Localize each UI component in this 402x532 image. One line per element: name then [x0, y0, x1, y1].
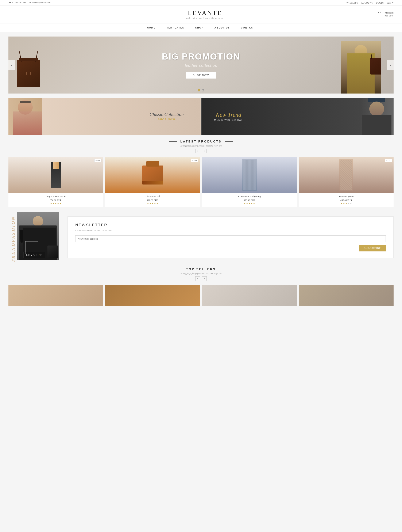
newsletter-title: NEWSLETTER	[75, 223, 386, 227]
product-stars-3: ★★★★★	[203, 202, 296, 205]
product-badge-4: HOT	[385, 159, 392, 162]
banner-classic-text: Classic Collection SHOP NOW	[149, 112, 184, 121]
products-grid: HOT Itaque earum rerum 350.00 EUR ★★★★★ …	[8, 157, 394, 207]
product-info-2: Ultrices in vel 420.00 EUR ★★★★★	[105, 193, 200, 207]
top-seller-card-1[interactable]	[8, 285, 103, 306]
product-name-2: Ultrices in vel	[106, 195, 199, 198]
banner-classic-image	[8, 98, 42, 135]
top-sellers-grid	[8, 285, 394, 306]
hero-dots	[198, 89, 204, 91]
newsletter-subscribe-button[interactable]: SUBSCRIBE	[359, 245, 386, 251]
product-image-2	[105, 157, 200, 193]
top-sellers-next[interactable]: ›	[202, 276, 207, 281]
top-sellers-nav: ‹ ›	[8, 276, 394, 281]
banner-new-trend-subtitle: MEN'S WINTER HAT	[214, 119, 243, 121]
banner-new-trend-image	[360, 98, 394, 135]
product-image-3	[202, 157, 297, 193]
product-price-1: 350.00 EUR	[10, 199, 102, 201]
chevron-left-icon: ‹	[11, 63, 12, 67]
nav-home[interactable]: HOME	[146, 23, 157, 32]
phone-contact: ☎ +228 872 4444	[8, 1, 26, 4]
newsletter-fashion-image: LEVANTE	[17, 212, 59, 260]
banner-new-trend: New Trend MEN'S WINTER HAT	[201, 98, 394, 135]
account-link[interactable]: ACCOUNT	[361, 1, 373, 4]
hero-prev-button[interactable]: ‹	[8, 60, 15, 70]
newsletter-background: TRENDFASHION LEVANTE	[8, 212, 68, 262]
latest-products-next[interactable]: ›	[202, 149, 207, 153]
top-seller-card-3[interactable]	[202, 285, 297, 306]
logo[interactable]: LEVANTE make with love from allthemes.co…	[34, 9, 376, 19]
product-badge-2: NEW	[191, 159, 198, 162]
product-card-3[interactable]: Consetetur sadipscing 430.00 EUR ★★★★★	[202, 157, 297, 207]
login-link[interactable]: LOGIN	[376, 1, 384, 4]
product-stars-4: ★★★★★	[300, 202, 392, 205]
trendfashion-text: TRENDFASHION	[11, 212, 16, 262]
top-bar-right: WISHLIST ACCOUNT LOGIN Euro ▾	[346, 1, 394, 4]
hero-content: BIG PROMOTION leather collection SHOP NO…	[162, 51, 240, 79]
banners: Classic Collection SHOP NOW New Trend ME…	[8, 98, 394, 135]
header: LEVANTE make with love from allthemes.co…	[0, 6, 402, 23]
product-name-4: Vivamus porta	[300, 195, 392, 198]
banner-classic: Classic Collection SHOP NOW	[8, 98, 201, 135]
latest-products-nav: ‹ ›	[8, 149, 394, 153]
hero-next-button[interactable]: ›	[387, 60, 394, 70]
latest-products-title: LATEST PRODUCTS	[8, 140, 394, 143]
newsletter-section: TRENDFASHION LEVANTE NEWSLETTER Lorem ip…	[8, 212, 394, 262]
svg-rect-0	[377, 13, 382, 17]
nav-about[interactable]: ABOUT US	[213, 23, 231, 32]
wishlist-link[interactable]: WISHLIST	[346, 1, 358, 4]
main-nav: HOME TEMPLATES SHOP ABOUT US CONTACT	[0, 23, 402, 32]
nav-contact[interactable]: CONTACT	[240, 23, 256, 32]
currency-arrow-icon: ▾	[392, 1, 394, 4]
hero-title: BIG PROMOTION	[162, 51, 240, 62]
product-info-3: Consetetur sadipscing 430.00 EUR ★★★★★	[202, 193, 297, 207]
hero-dot-1[interactable]	[198, 89, 200, 91]
top-seller-card-2[interactable]	[105, 285, 200, 306]
banner-new-trend-text: New Trend MEN'S WINTER HAT	[214, 111, 243, 121]
top-sellers-title: TOP SELLERS	[8, 267, 394, 271]
logo-title: LEVANTE	[34, 9, 376, 16]
product-price-2: 420.00 EUR	[106, 199, 199, 201]
phone-icon: ☎	[8, 1, 12, 4]
nav-shop[interactable]: SHOP	[194, 23, 205, 32]
product-card-1[interactable]: HOT Itaque earum rerum 350.00 EUR ★★★★★	[8, 157, 103, 207]
top-sellers-section: TOP SELLERS Et leggings fanny pack elit …	[8, 267, 394, 306]
product-name-1: Itaque earum rerum	[10, 195, 102, 198]
top-seller-card-4[interactable]	[299, 285, 394, 306]
banner-classic-shop-now[interactable]: SHOP NOW	[149, 118, 184, 121]
email-icon: ✉	[29, 1, 32, 4]
product-stars-2: ★★★★★	[106, 202, 199, 205]
latest-products-section: LATEST PRODUCTS Et leggings fanny pack e…	[8, 140, 394, 207]
hero-slider: BIG PROMOTION leather collection SHOP NO…	[8, 37, 394, 94]
levante-overlay: LEVANTE	[23, 252, 45, 258]
top-sellers-subtitle: Et leggings fanny pack elit bespoke viny…	[8, 272, 394, 275]
hero-dot-2[interactable]	[202, 89, 204, 91]
product-image-4	[299, 157, 394, 193]
logo-tagline: make with love from allthemes.com	[34, 17, 376, 19]
product-image-1	[8, 157, 103, 193]
product-info-4: Vivamus porta 450.00 EUR ★★★★★	[299, 193, 394, 207]
product-card-4[interactable]: HOT Vivamus porta 450.00 EUR ★★★★★	[299, 157, 394, 207]
product-card-2[interactable]: NEW Ultrices in vel 420.00 EUR ★★★★★	[105, 157, 200, 207]
cart-info: 0 Products 0.00 EUR	[385, 11, 394, 17]
newsletter-email-input[interactable]	[75, 235, 386, 242]
top-sellers-prev[interactable]: ‹	[195, 276, 200, 281]
header-cart[interactable]: 0 Products 0.00 EUR	[376, 11, 394, 17]
hero-shop-now-button[interactable]: SHOP NOW	[186, 72, 216, 79]
banner-classic-title: Classic Collection	[149, 112, 184, 117]
latest-products-prev[interactable]: ‹	[195, 149, 200, 153]
cart-icon	[376, 11, 383, 17]
top-bar: ☎ +228 872 4444 ✉ contact@email.com WISH…	[0, 0, 402, 6]
chevron-right-icon: ›	[390, 63, 391, 67]
nav-templates[interactable]: TEMPLATES	[165, 23, 186, 32]
product-price-3: 430.00 EUR	[203, 199, 296, 201]
product-name-3: Consetetur sadipscing	[203, 195, 296, 198]
latest-products-subtitle: Et leggings fanny pack elit bespoke viny…	[8, 144, 394, 147]
product-info-1: Itaque earum rerum 350.00 EUR ★★★★★	[8, 193, 103, 207]
currency-selector[interactable]: Euro ▾	[387, 1, 394, 4]
newsletter-description: Lorem ipsum dolor sit amet consectetur	[75, 229, 386, 232]
product-price-4: 450.00 EUR	[300, 199, 392, 201]
hero-subtitle: leather collection	[162, 63, 240, 68]
newsletter-form: NEWSLETTER Lorem ipsum dolor sit amet co…	[68, 216, 394, 258]
banner-new-trend-title: New Trend	[214, 111, 243, 118]
